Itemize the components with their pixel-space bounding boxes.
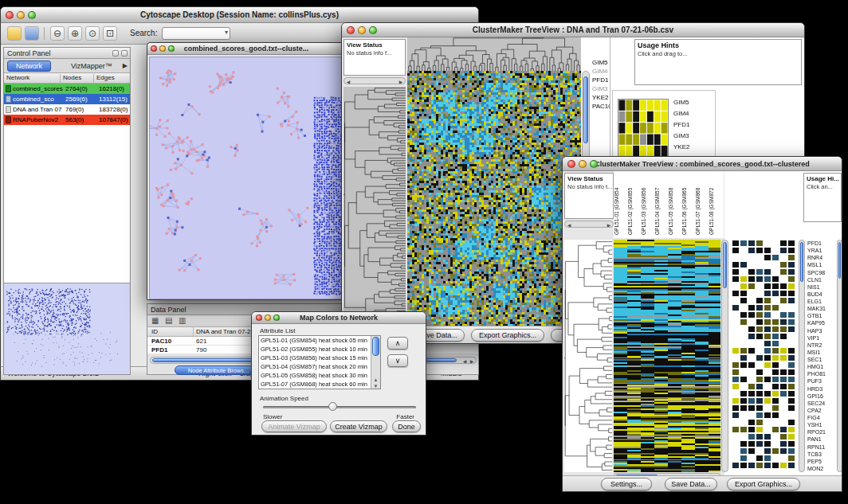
- animate-vizmap-button[interactable]: Animate Vizmap: [261, 420, 327, 432]
- network-row[interactable]: combined_scores 2764(0) 16218(0): [4, 84, 130, 94]
- attribute-rows-icon[interactable]: ▤: [165, 316, 172, 325]
- gene-label[interactable]: BUD4: [807, 291, 836, 298]
- gene-label[interactable]: VIP1: [807, 334, 836, 342]
- gene-label[interactable]: NIS1: [807, 283, 836, 291]
- cytoscape-titlebar[interactable]: Cytoscape Desktop (Session Name: collins…: [1, 7, 478, 23]
- zoom-actual-icon[interactable]: ⊙: [85, 26, 100, 41]
- attribute-list[interactable]: GPL51-01 (GSM854) heat shock 05 minGPL51…: [258, 335, 381, 389]
- tv2-vscrollbar2[interactable]: [799, 240, 805, 472]
- zoom-window-button[interactable]: [273, 315, 280, 321]
- gene-label[interactable]: MSL1: [807, 261, 836, 268]
- gene-label[interactable]: NTR2: [807, 342, 836, 349]
- column-dendrogram-canvas[interactable]: [407, 37, 581, 71]
- scroll-left-icon[interactable]: ◀: [345, 79, 351, 84]
- array-label[interactable]: GPL51-03 (GSM856: [641, 171, 654, 236]
- attribute-grid-icon[interactable]: ▦: [151, 316, 159, 325]
- move-up-button[interactable]: ∧: [387, 337, 408, 350]
- network-view-titlebar[interactable]: combined_scores_good.txt--cluste...: [147, 43, 345, 55]
- move-down-button[interactable]: ∨: [387, 354, 408, 367]
- array-label[interactable]: GPL51-08 (GSM872: [709, 171, 722, 236]
- array-label[interactable]: GPL51-01 (GSM854: [614, 171, 627, 236]
- col-nodes[interactable]: Nodes: [61, 74, 94, 84]
- heatmap-canvas[interactable]: [614, 240, 720, 472]
- treeview1-titlebar[interactable]: ClusterMaker TreeView : DNA and Tran 07-…: [342, 23, 804, 37]
- node-attribute-browser-tab[interactable]: Node Attribute Brows...: [175, 365, 262, 375]
- gene-label[interactable]: RNR4: [807, 254, 836, 261]
- treeview2-titlebar[interactable]: ClusterMaker TreeView : combined_scores_…: [563, 157, 842, 171]
- zoom-gene-label[interactable]: PFD1: [673, 119, 712, 131]
- attribute-item[interactable]: GPL51-01 (GSM854) heat shock 05 min: [259, 336, 371, 345]
- close-button[interactable]: [567, 160, 575, 168]
- close-button[interactable]: [6, 11, 14, 19]
- vscroll-thumb[interactable]: [583, 76, 588, 143]
- gene-label[interactable]: ELG1: [807, 298, 836, 305]
- close-button[interactable]: [256, 315, 262, 321]
- dialog-titlebar[interactable]: Map Colors to Network: [252, 312, 426, 324]
- close-button[interactable]: [347, 26, 355, 34]
- vscroll-thumb[interactable]: [838, 242, 841, 279]
- gene-label[interactable]: GPI16: [807, 393, 836, 400]
- zoom-gene-label[interactable]: YKE2: [673, 142, 712, 153]
- gene-label[interactable]: KAP95: [807, 319, 836, 326]
- tv2-mini-hscrollbar[interactable]: ◀ ▶: [564, 221, 614, 228]
- attribute-item[interactable]: GPL51-02 (GSM855) heat shock 10 min: [259, 345, 371, 354]
- array-label[interactable]: GPL51-06 (GSM865: [681, 171, 695, 236]
- array-label[interactable]: GPL51-04 (GSM857: [654, 171, 668, 236]
- zoom-window-button[interactable]: [168, 45, 175, 52]
- gene-label[interactable]: PEP5: [807, 458, 836, 465]
- treeview-action-button[interactable]: Export Graphics...: [727, 478, 800, 490]
- gene-label[interactable]: RPO21: [807, 428, 836, 436]
- gene-label[interactable]: PFD1: [807, 240, 836, 247]
- gene-label[interactable]: SPC98: [807, 269, 836, 276]
- done-button[interactable]: Done: [392, 420, 421, 432]
- gene-label[interactable]: TCB3: [807, 451, 836, 458]
- gene-label[interactable]: PAN1: [807, 436, 836, 443]
- treeview-action-button[interactable]: Export Graphics...: [471, 329, 544, 342]
- close-button[interactable]: [151, 45, 157, 52]
- zoom-out-icon[interactable]: ⊖: [50, 26, 65, 41]
- zoom-fit-icon[interactable]: ⊡: [103, 26, 117, 41]
- minimize-button[interactable]: [579, 160, 587, 168]
- vscroll-thumb[interactable]: [723, 242, 727, 288]
- heatmap-canvas[interactable]: [407, 71, 581, 327]
- treeview-action-button[interactable]: Settings...: [601, 478, 652, 490]
- zoom-window-button[interactable]: [369, 26, 377, 34]
- scroll-down-icon[interactable]: ▼: [371, 384, 380, 389]
- gene-label[interactable]: HAP3: [807, 327, 836, 334]
- minimize-button[interactable]: [159, 45, 166, 52]
- zoom-window-button[interactable]: [590, 160, 598, 168]
- gene-dendrogram-canvas[interactable]: [344, 87, 406, 327]
- gene-label[interactable]: HMG1: [807, 363, 836, 370]
- array-label[interactable]: GPL51-02 (GSM855: [627, 171, 641, 236]
- zoom-gene-label[interactable]: GIM4: [673, 108, 712, 119]
- attribute-cols-icon[interactable]: ▥: [179, 316, 186, 325]
- vscroll-thumb[interactable]: [372, 337, 379, 356]
- gene-label[interactable]: SEC24: [807, 400, 836, 407]
- treeview-action-button[interactable]: Save Data...: [665, 478, 717, 490]
- attribute-item[interactable]: GPL51-04 (GSM857) heat shock 20 min: [259, 362, 371, 371]
- col-edges[interactable]: Edges: [94, 74, 130, 84]
- gene-label[interactable]: FIG4: [807, 414, 836, 421]
- zoom-gene-label[interactable]: GIM5: [673, 97, 712, 108]
- gene-label[interactable]: PHO81: [807, 370, 836, 377]
- zoom-gene-label[interactable]: GIM3: [673, 131, 712, 142]
- gene-label[interactable]: MON2: [807, 465, 836, 472]
- gene-label[interactable]: MAK31: [807, 305, 836, 312]
- gene-label[interactable]: RPN11: [807, 443, 836, 451]
- scroll-up-icon[interactable]: ▲: [371, 377, 380, 382]
- gene-label[interactable]: PUF3: [807, 377, 836, 385]
- tv2-vscrollbar[interactable]: [721, 240, 728, 472]
- vscroll-thumb[interactable]: [800, 242, 803, 282]
- gene-label[interactable]: CLN1: [807, 276, 836, 283]
- tab-overflow-icon[interactable]: ▶: [123, 62, 128, 69]
- data-col-id[interactable]: ID: [149, 327, 194, 336]
- scroll-right-icon[interactable]: ▶: [398, 79, 404, 84]
- panel-close-icon[interactable]: [121, 50, 128, 57]
- minimize-button[interactable]: [17, 11, 25, 19]
- network-row[interactable]: combined_sco 2569(6) 13112(15): [4, 94, 130, 104]
- network-canvas[interactable]: [149, 57, 345, 299]
- tab-network[interactable]: Network: [7, 61, 51, 72]
- tv2-vscrollbar3[interactable]: [837, 240, 842, 472]
- gene-label[interactable]: GTB1: [807, 312, 836, 319]
- zoom-in-icon[interactable]: ⊕: [68, 26, 82, 41]
